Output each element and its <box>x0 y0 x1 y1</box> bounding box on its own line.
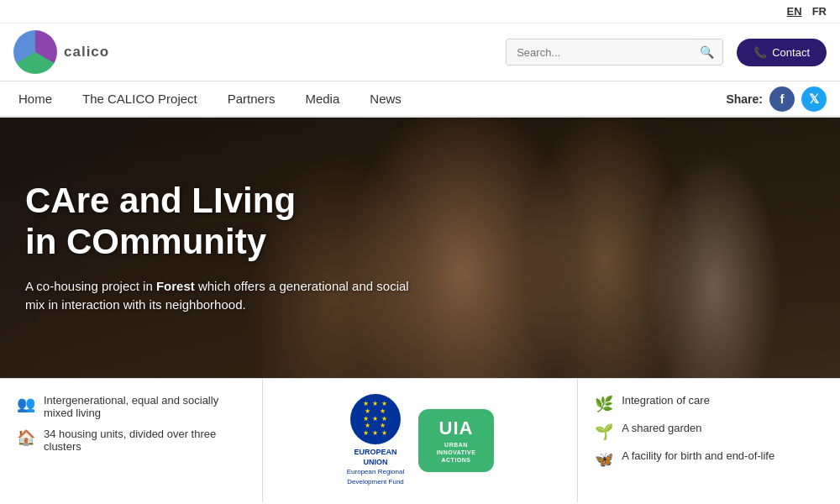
uia-badge: UIA URBANINNOVATIVEACTIONS <box>418 409 494 472</box>
facebook-icon[interactable]: f <box>769 87 795 112</box>
search-area: 🔍 <box>506 39 723 66</box>
care-icon: 🌿 <box>595 395 613 413</box>
hero-title: CAre and LIving in COmmunity <box>25 181 412 262</box>
hero-description: A co-housing project in Forest which off… <box>25 277 412 315</box>
phone-icon: 📞 <box>753 46 767 59</box>
nav-media[interactable]: Media <box>290 81 354 116</box>
contact-label: Contact <box>772 46 810 59</box>
people-icon: 👥 <box>17 395 35 413</box>
info-col-left: 👥 Intergenerational, equal and socially … <box>0 379 263 502</box>
info-text-garden: A shared garden <box>622 422 701 434</box>
hero-title-line2: in COmmunity <box>25 222 266 261</box>
lang-fr-button[interactable]: FR <box>812 5 827 18</box>
info-item-care: 🌿 Integration of care <box>595 394 823 413</box>
logo-icon <box>13 30 57 74</box>
hero-title-line1: CAre and LIving <box>25 181 296 220</box>
facility-icon: 🦋 <box>595 450 613 469</box>
logo-area: calico <box>13 30 109 74</box>
share-area: Share: f 𝕏 <box>712 87 840 112</box>
info-text-facility: A facility for birth and end-of-life <box>622 449 774 462</box>
nav-home[interactable]: Home <box>3 81 67 116</box>
hero-section: CAre and LIving in COmmunity A co-housin… <box>0 118 840 378</box>
info-item-intergenerational: 👥 Intergenerational, equal and socially … <box>17 394 245 419</box>
nav-partners[interactable]: Partners <box>213 81 291 116</box>
garden-icon: 🌱 <box>595 423 613 441</box>
share-label: Share: <box>726 92 763 106</box>
info-item-housing: 🏠 34 housing units, divided over three c… <box>17 428 245 453</box>
logos-col: ★ ★ ★★ ★★ ★ ★★ ★★ ★ ★ EUROPEAN UNIONEuro… <box>263 379 578 502</box>
uia-sublabel: URBANINNOVATIVEACTIONS <box>437 441 476 464</box>
eu-circle: ★ ★ ★★ ★★ ★ ★★ ★★ ★ ★ <box>350 394 401 444</box>
navigation: Home The CALICO Project Partners Media N… <box>0 81 840 118</box>
info-text-housing: 34 housing units, divided over three clu… <box>44 428 245 453</box>
info-text-intergenerational: Intergenerational, equal and socially mi… <box>44 394 245 419</box>
eu-logo: ★ ★ ★★ ★★ ★ ★★ ★★ ★ ★ EUROPEAN UNIONEuro… <box>346 394 405 487</box>
info-text-care: Integration of care <box>622 394 710 407</box>
contact-button[interactable]: 📞 Contact <box>737 39 827 66</box>
nav-calico-project[interactable]: The CALICO Project <box>67 81 213 116</box>
search-button[interactable]: 🔍 <box>691 39 722 65</box>
info-item-facility: 🦋 A facility for birth and end-of-life <box>595 449 823 469</box>
info-strip: 👥 Intergenerational, equal and socially … <box>0 378 840 502</box>
info-item-garden: 🌱 A shared garden <box>595 422 823 441</box>
eu-stars: ★ ★ ★★ ★★ ★ ★★ ★★ ★ ★ <box>363 401 388 438</box>
nav-news[interactable]: News <box>354 81 417 116</box>
eu-label: EUROPEAN UNIONEuropean Regional Developm… <box>346 448 405 487</box>
header: calico 🔍 📞 Contact <box>0 24 840 81</box>
hero-forest-bold: Forest <box>156 279 195 293</box>
twitter-icon[interactable]: 𝕏 <box>801 87 827 112</box>
hero-content: CAre and LIving in COmmunity A co-housin… <box>0 155 437 340</box>
uia-label: UIA <box>439 417 474 439</box>
search-input[interactable] <box>507 40 691 65</box>
info-col-right: 🌿 Integration of care 🌱 A shared garden … <box>578 379 840 502</box>
language-bar: EN FR <box>0 0 840 24</box>
logo-text: calico <box>64 44 109 60</box>
lang-en-button[interactable]: EN <box>787 5 802 18</box>
house-icon: 🏠 <box>17 428 35 447</box>
